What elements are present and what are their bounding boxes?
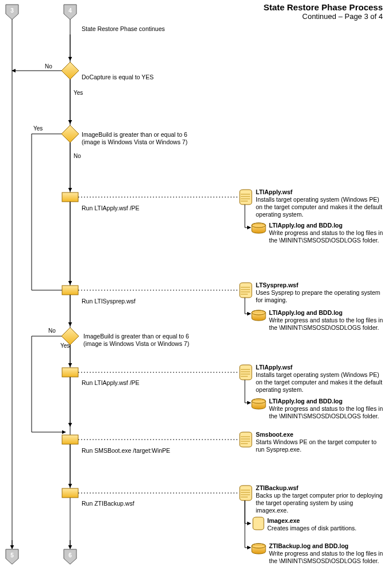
a4: Smsboot.exe Starts Windows PE on the tar… <box>256 431 385 453</box>
connector-in-4: 4 <box>64 5 76 20</box>
a3-log-body: Write progress and status to the log fil… <box>269 405 383 419</box>
a5-log-title: ZTIBackup.log and BDD.log <box>269 542 348 549</box>
a4-title: Smsboot.exe <box>256 431 293 438</box>
scroll-icon <box>253 517 264 530</box>
a5-title: ZTIBackup.wsf <box>256 484 298 491</box>
a5-log-body: Write progress and status to the log fil… <box>269 550 383 564</box>
svg-rect-12 <box>62 192 78 202</box>
process-smsboot <box>62 435 78 444</box>
a1-log-body: Write progress and status to the log fil… <box>269 229 383 244</box>
no-label: No <box>74 153 81 160</box>
svg-text:4: 4 <box>68 7 72 14</box>
svg-rect-15 <box>62 286 78 295</box>
scroll-icon <box>240 190 252 205</box>
a2-title: LTSysprep.wsf <box>256 282 298 288</box>
p5-label: Run ZTIBackup.wsf <box>82 500 134 507</box>
a3-log-title: LTIApply.log and BDD.log <box>269 398 343 405</box>
connector-out-6: 6 <box>64 549 76 564</box>
svg-text:3: 3 <box>10 7 14 14</box>
p3-label: Run LTIApply.wsf /PE <box>82 379 140 387</box>
d1-text: DoCapture is equal to YES <box>82 74 208 81</box>
connector-out-5: 5 <box>6 549 18 564</box>
scroll-icon <box>240 283 252 298</box>
scroll-icon <box>240 486 252 500</box>
process-ltisysprep <box>62 286 78 295</box>
a1-title: LTIApply.wsf <box>256 188 293 195</box>
a3-body: Installs target operating system (Window… <box>256 371 382 393</box>
cylinder-icon <box>252 223 266 233</box>
yes-label: Yes <box>33 125 43 133</box>
scroll-icon <box>240 365 252 380</box>
a5-log: ZTIBackup.log and BDD.log Write progress… <box>269 542 390 565</box>
a2-body: Uses Sysprep to prepare the operating sy… <box>256 289 381 303</box>
svg-text:6: 6 <box>68 552 72 559</box>
svg-rect-19 <box>62 368 78 377</box>
decision-docapture <box>62 62 79 79</box>
process-ztibackup <box>62 488 78 498</box>
a5-sub: Imagex.exe Creates images of disk partit… <box>267 517 388 532</box>
a5-body: Backs up the target computer prior to de… <box>256 492 383 514</box>
p1-label: Run LTIApply.wsf /PE <box>82 205 140 212</box>
a3: LTIApply.wsf Installs target operating s… <box>256 364 385 394</box>
a1-log-title: LTIApply.log and BDD.log <box>269 222 343 229</box>
d2-text: ImageBuild is greater than or equal to 6… <box>82 131 214 146</box>
no-label: No <box>45 63 52 71</box>
a1: LTIApply.wsf Installs target operating s… <box>256 188 385 219</box>
a5-sub-body: Creates images of disk partitions. <box>267 525 356 532</box>
svg-text:5: 5 <box>10 552 14 559</box>
scroll-icon <box>240 432 252 447</box>
a1-log: LTIApply.log and BDD.log Write progress … <box>269 222 390 244</box>
a1-body: Installs target operating system (Window… <box>256 196 382 218</box>
decision-imagebuild-1 <box>62 125 79 142</box>
a2: LTSysprep.wsf Uses Sysprep to prepare th… <box>256 282 385 304</box>
yes-label: Yes <box>74 90 83 97</box>
cylinder-icon <box>252 399 266 409</box>
cylinder-icon <box>252 544 266 554</box>
yes-label: Yes <box>60 342 70 350</box>
svg-rect-22 <box>62 435 78 444</box>
cylinder-icon <box>252 310 266 321</box>
continue-label: State Restore Phase continues <box>82 25 165 33</box>
svg-rect-25 <box>62 488 78 498</box>
a2-log: LTIApply.log and BDD.log Write progress … <box>269 309 390 332</box>
no-label: No <box>48 328 56 335</box>
a2-log-title: LTIApply.log and BDD.log <box>269 309 343 316</box>
a3-log: LTIApply.log and BDD.log Write progress … <box>269 398 390 420</box>
p4-label: Run SMSBoot.exe /target:WinPE <box>82 447 170 455</box>
process-ltiapply-1 <box>62 192 78 202</box>
a5-sub-title: Imagex.exe <box>267 517 300 524</box>
d3-text: ImageBuild is greater than or equal to 6… <box>83 333 216 348</box>
a4-body: Starts Windows PE on the target computer… <box>256 438 376 453</box>
a2-log-body: Write progress and status to the log fil… <box>269 317 383 331</box>
process-ltiapply-2 <box>62 368 78 377</box>
a5: ZTIBackup.wsf Backs up the target comput… <box>256 484 385 515</box>
p2-label: Run LTISysprep.wsf <box>82 298 136 305</box>
a3-title: LTIApply.wsf <box>256 364 293 371</box>
connector-in-3: 3 <box>6 5 18 20</box>
